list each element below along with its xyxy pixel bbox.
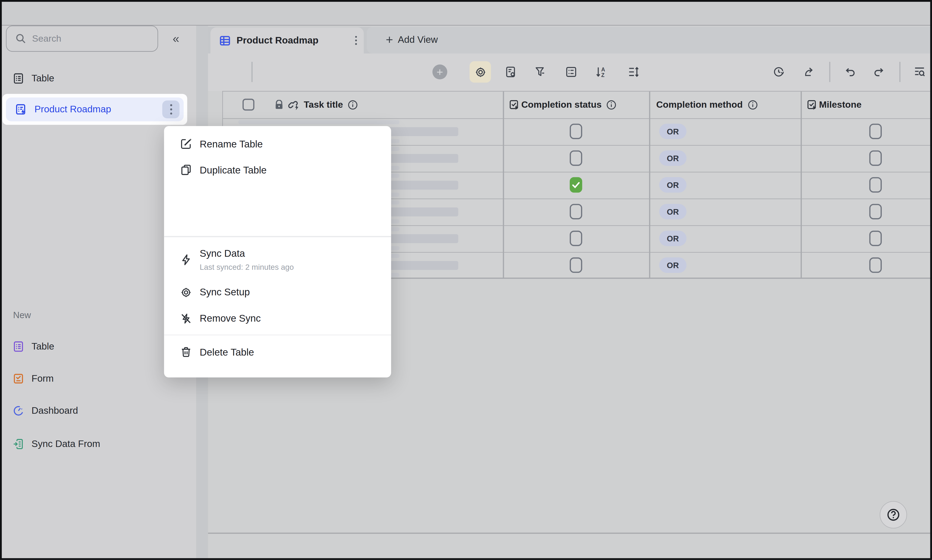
sidebar-new-sync-data-from[interactable]: Sync Data From xyxy=(0,432,196,457)
svg-text:Z: Z xyxy=(601,72,604,78)
completion-status-checkbox[interactable] xyxy=(570,231,582,246)
redo-icon[interactable] xyxy=(873,66,886,78)
menu-item-delete-table[interactable]: Delete Table xyxy=(164,339,391,365)
footer-divider xyxy=(208,532,932,534)
gear-icon xyxy=(180,286,192,298)
help-button[interactable] xyxy=(880,501,907,529)
undo-icon[interactable] xyxy=(844,66,856,78)
table-icon xyxy=(12,72,25,85)
sidebar-item-product-roadmap[interactable]: Product Roadmap xyxy=(6,97,184,121)
rename-icon xyxy=(180,138,192,150)
group-icon[interactable] xyxy=(565,66,578,78)
svg-text:A: A xyxy=(601,66,605,72)
question-icon xyxy=(886,508,900,522)
menu-spacer xyxy=(164,183,391,236)
column-label: Milestone xyxy=(819,99,861,110)
column-label: Completion method xyxy=(656,99,743,110)
chevrons-left-icon[interactable]: « xyxy=(168,30,185,47)
app-window: Search « Table Product Roadmap New xyxy=(0,0,932,560)
info-icon[interactable] xyxy=(747,100,757,109)
search-icon xyxy=(15,33,26,44)
completion-method-badge[interactable]: OR xyxy=(659,231,687,246)
sidebar-item-label: Table xyxy=(31,341,54,352)
toolbar-divider xyxy=(899,62,900,82)
info-icon[interactable] xyxy=(606,100,617,109)
sidebar-item-label: Dashboard xyxy=(31,405,78,416)
completion-status-checkbox[interactable] xyxy=(570,177,582,192)
lock-icon xyxy=(275,100,283,109)
menu-divider xyxy=(164,334,391,335)
share-icon[interactable] xyxy=(803,66,816,78)
column-header-milestone[interactable]: Milestone xyxy=(801,91,931,118)
menu-item-duplicate-table[interactable]: Duplicate Table xyxy=(164,157,391,183)
menu-item-label: Duplicate Table xyxy=(200,165,267,176)
sidebar-new-dashboard[interactable]: Dashboard xyxy=(0,398,196,423)
table-context-menu: Rename Table Duplicate Table Sync Data L… xyxy=(164,126,391,377)
menu-item-sync-setup[interactable]: Sync Setup xyxy=(164,279,391,305)
menu-item-label: Sync Setup xyxy=(200,286,250,298)
tab-product-roadmap[interactable]: Product Roadmap xyxy=(211,27,364,54)
completion-status-checkbox[interactable] xyxy=(570,257,582,273)
sidebar-item-table[interactable]: Table xyxy=(0,66,196,91)
sidebar-item-label: Table xyxy=(31,73,54,84)
view-tab-bar: + Add View Product Roadmap xyxy=(208,26,932,54)
column-header-completion-status[interactable]: Completion status xyxy=(503,91,649,118)
completion-method-badge[interactable]: OR xyxy=(659,124,687,139)
history-icon[interactable] xyxy=(772,66,785,78)
sidebar-spotlight: Product Roadmap xyxy=(2,94,187,125)
checkbox-bolt-icon xyxy=(807,99,817,110)
menu-item-label: Remove Sync xyxy=(200,313,261,324)
milestone-checkbox[interactable] xyxy=(869,257,882,273)
form-icon xyxy=(12,373,25,385)
search-input[interactable]: Search xyxy=(6,26,158,52)
table-options-kebab-icon[interactable] xyxy=(162,100,180,118)
info-icon[interactable] xyxy=(348,100,358,109)
grid-table-icon xyxy=(219,35,231,46)
column-label: Task title xyxy=(304,99,343,110)
field-config-icon[interactable] xyxy=(504,66,517,78)
add-record-icon[interactable]: + xyxy=(432,65,448,79)
completion-method-badge[interactable]: OR xyxy=(659,151,687,166)
new-section-label: New xyxy=(13,310,31,320)
completion-status-checkbox[interactable] xyxy=(570,204,582,219)
select-all-checkbox[interactable] xyxy=(243,98,254,111)
completion-status-checkbox[interactable] xyxy=(570,124,582,139)
add-view-button[interactable]: + Add View xyxy=(386,33,438,47)
menu-item-rename-table[interactable]: Rename Table xyxy=(164,131,391,157)
menu-item-label: Delete Table xyxy=(200,346,254,358)
menu-item-sync-data[interactable]: Sync Data Last synced: 2 minutes ago xyxy=(164,240,391,279)
row-height-icon[interactable] xyxy=(627,66,640,78)
column-header-completion-method[interactable]: Completion method xyxy=(649,91,801,118)
sidebar-item-label: Product Roadmap xyxy=(34,104,111,115)
duplicate-icon xyxy=(180,164,192,176)
synced-table-icon xyxy=(15,103,28,115)
dashboard-icon xyxy=(12,405,25,417)
milestone-checkbox[interactable] xyxy=(869,124,882,139)
menu-divider xyxy=(164,236,391,237)
milestone-checkbox[interactable] xyxy=(869,204,882,219)
milestone-checkbox[interactable] xyxy=(869,151,882,166)
milestone-checkbox[interactable] xyxy=(869,177,882,192)
completion-status-checkbox[interactable] xyxy=(570,151,582,166)
completion-method-badge[interactable]: OR xyxy=(659,204,687,219)
menu-item-remove-sync[interactable]: Remove Sync xyxy=(164,305,391,331)
checkbox-bolt-icon xyxy=(509,99,520,110)
completion-method-badge[interactable]: OR xyxy=(659,177,687,192)
window-top-strip xyxy=(0,0,932,26)
last-synced-text: Last synced: 2 minutes ago xyxy=(200,263,294,271)
toolbar-divider xyxy=(251,62,252,82)
toolbar-divider xyxy=(829,62,830,82)
filter-icon[interactable] xyxy=(534,66,547,78)
view-options-kebab-icon[interactable] xyxy=(355,35,357,45)
sort-az-icon[interactable]: AZ xyxy=(595,66,608,78)
completion-method-badge[interactable]: OR xyxy=(659,257,687,273)
sidebar-item-label: Form xyxy=(31,373,54,384)
view-settings-gear-icon[interactable] xyxy=(469,61,491,83)
bolt-slash-icon xyxy=(180,312,192,324)
milestone-checkbox[interactable] xyxy=(869,231,882,246)
column-header-task-title[interactable]: Task title xyxy=(223,91,503,118)
find-in-view-icon[interactable] xyxy=(913,66,926,78)
menu-item-label: Sync Data xyxy=(200,248,294,259)
sidebar-item-label: Sync Data From xyxy=(31,438,100,449)
table-icon xyxy=(12,341,25,352)
